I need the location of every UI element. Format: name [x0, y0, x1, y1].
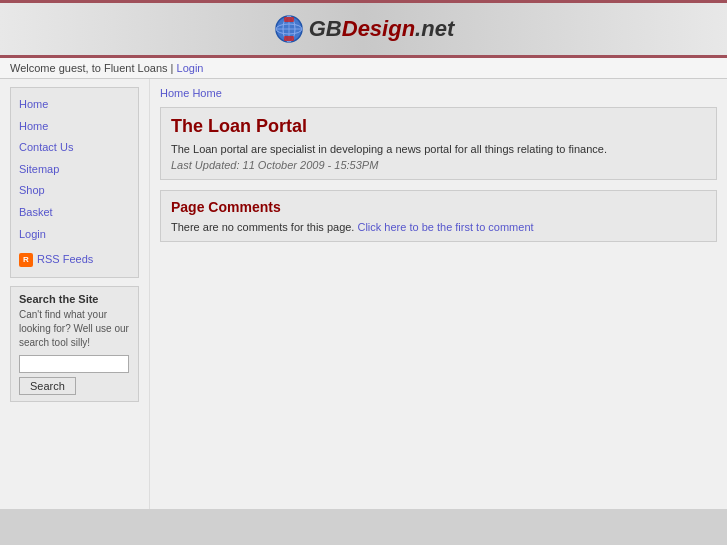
svg-rect-6: [284, 36, 294, 41]
sidebar-nav-contact[interactable]: Contact Us: [19, 137, 130, 159]
globe-icon: [273, 13, 305, 45]
page-last-updated: Last Updated: 11 October 2009 - 15:53PM: [171, 159, 706, 171]
search-button[interactable]: Search: [19, 377, 76, 395]
breadcrumb-home1[interactable]: Home: [160, 87, 189, 99]
breadcrumb: Home Home: [160, 87, 717, 99]
svg-rect-5: [284, 17, 294, 22]
search-section: Search the Site Can't find what your loo…: [10, 286, 139, 402]
welcome-text: Welcome guest, to Fluent Loans |: [10, 62, 177, 74]
rss-icon: R: [19, 253, 33, 267]
content-box: The Loan Portal The Loan portal are spec…: [160, 107, 717, 180]
content-area: Home Home The Loan Portal The Loan porta…: [150, 79, 727, 509]
header-design: Design: [342, 16, 415, 41]
header-net: .net: [415, 16, 454, 41]
header: GBDesign.net: [0, 0, 727, 58]
comments-no-comments: There are no comments for this page.: [171, 221, 357, 233]
header-site-name: GBDesign.net: [309, 16, 454, 42]
sidebar: Home Home Contact Us Sitemap Shop Basket…: [0, 79, 150, 509]
breadcrumb-home2[interactable]: Home: [192, 87, 221, 99]
outer-wrapper: GBDesign.net Welcome guest, to Fluent Lo…: [0, 0, 727, 545]
first-comment-link[interactable]: Click here to be the first to comment: [357, 221, 533, 233]
comments-text: There are no comments for this page. Cli…: [171, 221, 706, 233]
nav-section: Home Home Contact Us Sitemap Shop Basket…: [10, 87, 139, 278]
sidebar-nav-sitemap[interactable]: Sitemap: [19, 159, 130, 181]
search-section-title: Search the Site: [19, 293, 130, 305]
sidebar-nav-home1[interactable]: Home: [19, 94, 130, 116]
login-link[interactable]: Login: [177, 62, 204, 74]
rss-row: R RSS Feeds: [19, 249, 130, 271]
sidebar-nav-home2[interactable]: Home: [19, 116, 130, 138]
search-input[interactable]: [19, 355, 129, 373]
welcome-bar: Welcome guest, to Fluent Loans | Login: [0, 58, 727, 79]
sidebar-nav-shop[interactable]: Shop: [19, 180, 130, 202]
header-logo: GBDesign.net: [273, 13, 454, 45]
page-title: The Loan Portal: [171, 116, 706, 137]
sidebar-nav-login[interactable]: Login: [19, 224, 130, 246]
comments-box: Page Comments There are no comments for …: [160, 190, 717, 242]
sidebar-nav-basket[interactable]: Basket: [19, 202, 130, 224]
header-gb: GB: [309, 16, 342, 41]
search-section-desc: Can't find what your looking for? Well u…: [19, 308, 130, 350]
comments-title: Page Comments: [171, 199, 706, 215]
main-layout: Home Home Contact Us Sitemap Shop Basket…: [0, 79, 727, 509]
page-description: The Loan portal are specialist in develo…: [171, 143, 706, 155]
sidebar-nav-rss[interactable]: RSS Feeds: [37, 249, 93, 271]
footer-area: [0, 509, 727, 545]
